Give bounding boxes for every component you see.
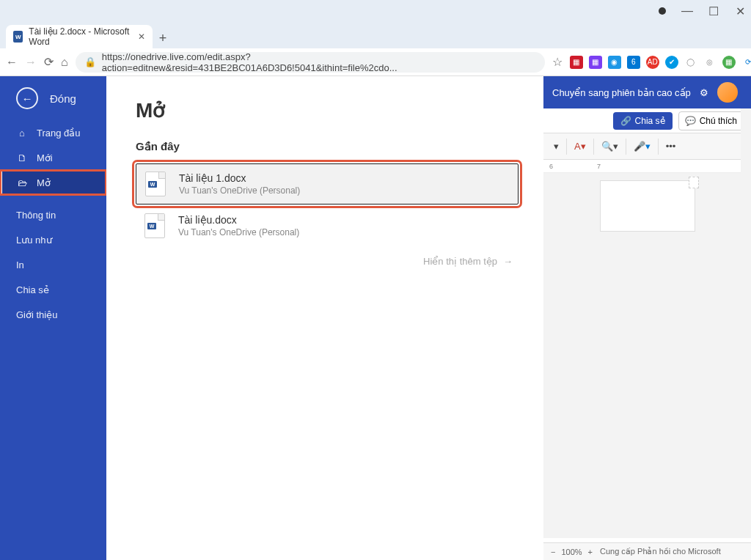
arrow-right-icon: → bbox=[503, 256, 513, 267]
dictate-tool[interactable]: 🎤▾ bbox=[629, 138, 655, 155]
file-name: Tài liệu.docx bbox=[178, 214, 299, 226]
vertical-scrollbar[interactable] bbox=[741, 108, 751, 538]
upgrade-link[interactable]: Chuyển sang phiên bản cao cấp bbox=[552, 87, 691, 98]
new-tab-button[interactable]: + bbox=[153, 28, 173, 48]
word-file-icon: W bbox=[144, 213, 165, 238]
show-more-files-link[interactable]: Hiển thị thêm tệp → bbox=[136, 247, 519, 276]
ext-icon-3[interactable]: ◉ bbox=[608, 56, 621, 69]
ext-icon-5[interactable]: AD bbox=[646, 56, 659, 69]
close-label: Đóng bbox=[50, 92, 76, 105]
zoom-value: 100% bbox=[561, 548, 582, 556]
reload-button[interactable]: ⟳ bbox=[44, 55, 54, 70]
sidebar-item-share[interactable]: Chia sẻ bbox=[0, 277, 106, 302]
ext-icon-8[interactable]: ◎ bbox=[703, 56, 717, 69]
app-header: Chuyển sang phiên bản cao cấp ⚙ bbox=[543, 76, 751, 108]
zoom-control[interactable]: − 100% + bbox=[551, 548, 593, 556]
backstage-close-button[interactable]: ← Đóng bbox=[0, 76, 106, 120]
zoom-out-icon[interactable]: − bbox=[551, 548, 555, 556]
browser-tabstrip: W Tài liệu 2.docx - Microsoft Word ✕ + bbox=[0, 22, 751, 48]
ribbon-actions: 🔗 Chia sẻ 💬 Chú thích bbox=[543, 108, 751, 133]
back-arrow-icon: ← bbox=[16, 87, 38, 109]
sidebar-item-info[interactable]: Thông tin bbox=[0, 202, 106, 227]
window-titlebar: — ☐ ✕ bbox=[0, 0, 751, 22]
sidebar-item-home[interactable]: ⌂ Trang đầu bbox=[0, 120, 106, 145]
close-tab-icon[interactable]: ✕ bbox=[138, 32, 145, 42]
zoom-in-icon[interactable]: + bbox=[588, 548, 593, 556]
maximize-button[interactable]: ☐ bbox=[708, 6, 719, 16]
sidebar-item-saveas[interactable]: Lưu như bbox=[0, 227, 106, 252]
url-input[interactable]: 🔒 https://onedrive.live.com/edit.aspx?ac… bbox=[76, 52, 545, 73]
more-tools[interactable]: ••• bbox=[662, 138, 681, 155]
sidebar-label: Thông tin bbox=[16, 210, 56, 221]
sidebar-label: In bbox=[16, 259, 24, 270]
minimize-button[interactable]: — bbox=[682, 6, 692, 16]
ext-icon-10[interactable]: ⟳ bbox=[741, 56, 751, 69]
dropdown-tool[interactable]: ▾ bbox=[549, 138, 563, 155]
share-button[interactable]: 🔗 Chia sẻ bbox=[613, 112, 673, 130]
sidebar-label: Lưu như bbox=[16, 235, 52, 246]
feedback-link[interactable]: Cung cấp Phản hồi cho Microsoft bbox=[600, 547, 721, 556]
sidebar-label: Giới thiệu bbox=[16, 309, 57, 320]
divider bbox=[566, 139, 567, 155]
browser-tab[interactable]: W Tài liệu 2.docx - Microsoft Word ✕ bbox=[6, 25, 153, 48]
backstage-sidebar: ← Đóng ⌂ Trang đầu 🗋 Mới 🗁 Mở Thông tin … bbox=[0, 76, 106, 560]
comment-label: Chú thích bbox=[700, 116, 737, 126]
sidebar-label: Mở bbox=[37, 177, 51, 188]
user-avatar[interactable] bbox=[717, 82, 738, 103]
sidebar-item-about[interactable]: Giới thiệu bbox=[0, 302, 106, 327]
share-label: Chia sẻ bbox=[635, 116, 665, 126]
comment-icon: 💬 bbox=[685, 116, 696, 126]
browser-urlbar: ← → ⟳ ⌂ 🔒 https://onedrive.live.com/edit… bbox=[0, 48, 751, 76]
ext-icon-6[interactable]: ✔ bbox=[665, 56, 678, 69]
forward-button[interactable]: → bbox=[25, 55, 37, 70]
document-icon: 🗋 bbox=[16, 152, 28, 163]
backstage-main: Mở Gần đây W Tài liệu 1.docx Vu Tuan's O… bbox=[106, 76, 543, 560]
divider bbox=[658, 139, 659, 155]
ruler-mark: 6 bbox=[549, 163, 553, 170]
back-button[interactable]: ← bbox=[6, 55, 18, 70]
share-icon: 🔗 bbox=[620, 116, 631, 126]
close-window-button[interactable]: ✕ bbox=[735, 6, 745, 16]
recent-section-header: Gần đây bbox=[136, 140, 519, 153]
ribbon-tools: ▾ A▾ 🔍▾ 🎤▾ ••• bbox=[543, 133, 751, 160]
sidebar-item-open[interactable]: 🗁 Mở bbox=[0, 170, 106, 195]
word-file-icon: W bbox=[145, 172, 166, 196]
divider bbox=[593, 139, 594, 155]
show-more-label: Hiển thị thêm tệp bbox=[423, 256, 497, 267]
settings-gear-icon[interactable]: ⚙ bbox=[700, 87, 708, 98]
ext-icon-4[interactable]: 6 bbox=[627, 56, 640, 69]
folder-open-icon: 🗁 bbox=[16, 177, 28, 188]
file-location: Vu Tuan's OneDrive (Personal) bbox=[179, 185, 300, 196]
backstage-title: Mở bbox=[136, 98, 519, 122]
file-location: Vu Tuan's OneDrive (Personal) bbox=[178, 227, 299, 237]
bookmark-star-icon[interactable]: ☆ bbox=[552, 55, 563, 69]
extension-icons: ▦ ▦ ◉ 6 AD ✔ ◯ ◎ ▦ ⟳ ✦ ☺ ⋮ bbox=[570, 56, 751, 69]
find-tool[interactable]: 🔍▾ bbox=[597, 138, 623, 155]
document-canvas[interactable] bbox=[543, 173, 751, 538]
ext-icon-2[interactable]: ▦ bbox=[589, 56, 602, 69]
status-bar: − 100% + Cung cấp Phản hồi cho Microsoft bbox=[543, 542, 751, 560]
sidebar-label: Trang đầu bbox=[37, 128, 81, 139]
sidebar-item-new[interactable]: 🗋 Mới bbox=[0, 145, 106, 170]
home-icon: ⌂ bbox=[16, 127, 28, 139]
font-color-tool[interactable]: A▾ bbox=[570, 138, 590, 155]
recent-file-row[interactable]: W Tài liệu.docx Vu Tuan's OneDrive (Pers… bbox=[136, 206, 519, 246]
ext-icon-1[interactable]: ▦ bbox=[570, 56, 583, 69]
lock-icon: 🔒 bbox=[84, 56, 96, 67]
comment-button[interactable]: 💬 Chú thích bbox=[678, 111, 744, 130]
ext-icon-7[interactable]: ◯ bbox=[684, 56, 697, 69]
profile-dot-icon bbox=[659, 7, 666, 15]
file-name: Tài liệu 1.docx bbox=[179, 172, 300, 184]
word-favicon-icon: W bbox=[13, 31, 23, 43]
divider bbox=[626, 139, 626, 155]
sidebar-label: Mới bbox=[37, 152, 53, 163]
url-text: https://onedrive.live.com/edit.aspx?acti… bbox=[102, 51, 536, 73]
sidebar-label: Chia sẻ bbox=[16, 284, 49, 295]
recent-file-row[interactable]: W Tài liệu 1.docx Vu Tuan's OneDrive (Pe… bbox=[136, 163, 519, 205]
home-button[interactable]: ⌂ bbox=[61, 55, 68, 70]
document-page[interactable] bbox=[600, 180, 695, 232]
ruler: 6 7 bbox=[543, 160, 751, 173]
tab-title: Tài liệu 2.docx - Microsoft Word bbox=[29, 26, 132, 47]
ext-icon-9[interactable]: ▦ bbox=[722, 56, 736, 69]
sidebar-item-print[interactable]: In bbox=[0, 252, 106, 277]
